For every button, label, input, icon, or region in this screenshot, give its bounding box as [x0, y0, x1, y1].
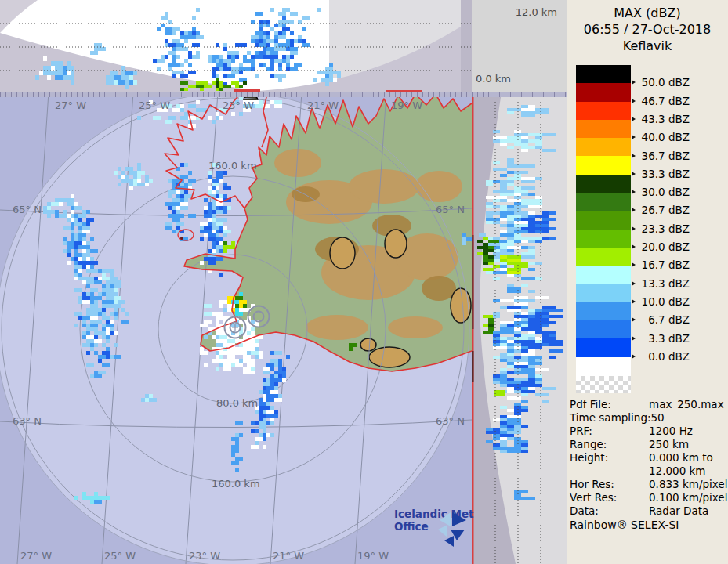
metadata-row: Pdf File:max_250.max [570, 398, 725, 411]
legend-label: 16.7 dBZ [632, 258, 690, 271]
metadata-row: Time sampling:50 [570, 411, 725, 425]
metadata-row: 12.000 km [570, 465, 725, 478]
legend-label: 40.0 dBZ [632, 131, 690, 143]
legend-label: 46.7 dBZ [632, 95, 690, 107]
legend-label: 13.3 dBZ [632, 277, 690, 290]
lon-label-top: 19° W [391, 99, 422, 111]
legend-tick-icon [632, 80, 636, 85]
legend-tick-icon [632, 135, 636, 139]
legend-color-cell [576, 175, 631, 193]
legend-color-cell [576, 248, 631, 266]
metadata-row: Height:0.000 km to [570, 451, 725, 465]
product-metadata: Pdf File:max_250.maxTime sampling:50PRF:… [570, 398, 725, 518]
legend-color-cell [576, 266, 631, 284]
legend-tick-icon [632, 317, 636, 322]
lat-label-left: 65° N [13, 204, 42, 215]
legend-tick-icon [632, 336, 636, 341]
metadata-row: Data:Radar Data [570, 504, 725, 518]
sidebar-title-block: MAX (dBZ) 06:55 / 27-Oct-2018 Keflavik [567, 5, 728, 54]
metadata-row: Hor Res:0.833 km/pixel [570, 478, 725, 491]
legend-color-cell [576, 284, 631, 302]
product-title: MAX (dBZ) [567, 5, 728, 21]
legend-tick-icon [632, 154, 636, 158]
vertical-profile-right-panel[interactable] [472, 92, 567, 564]
legend-tick-icon [632, 208, 636, 212]
legend-color-cell [576, 65, 631, 83]
legend-label: 10.0 dBZ [632, 295, 690, 308]
lat-label-right: 63° N [436, 415, 465, 427]
legend-tick-icon [632, 99, 636, 103]
legend-color-cell [576, 138, 631, 156]
rainbow-radar-window: 12.0 km 0.0 km [0, 0, 728, 564]
range-ring-label: 160.0 km [212, 478, 260, 490]
vertical-profile-top-panel[interactable] [0, 0, 472, 92]
station-name: Keflavik [567, 38, 728, 54]
lat-label-left: 63° N [13, 415, 42, 427]
right-profile-canvas [472, 92, 567, 564]
legend-below-threshold-cell [576, 357, 631, 376]
lon-label-bottom: 19° W [357, 550, 389, 562]
lon-label-bottom: 23° W [189, 550, 220, 562]
legend-label: 33.3 dBZ [632, 168, 690, 180]
legend-color-cell [576, 193, 631, 211]
legend-tick-icon [632, 281, 636, 286]
legend-label: 0.0 dBZ [632, 350, 690, 363]
legend-label: 26.7 dBZ [632, 204, 690, 216]
legend-tick-icon [632, 244, 636, 249]
legend-label: 23.3 dBZ [632, 222, 690, 235]
legend-label: 30.0 dBZ [632, 186, 690, 198]
lon-label-bottom: 21° W [273, 550, 304, 562]
legend-tick-icon [632, 354, 636, 359]
legend-tick-icon [632, 190, 636, 194]
legend-tick-icon [632, 117, 636, 121]
lon-label-bottom: 25° W [104, 550, 136, 562]
metadata-row: PRF:1200 Hz [570, 425, 725, 438]
radar-map[interactable]: 27° W 25° W 23° W 21° W 19° W 27° W 25° … [0, 92, 472, 564]
legend-tick-icon [632, 226, 636, 231]
lon-label-bottom: 27° W [20, 550, 52, 562]
legend-color-cell [576, 302, 631, 320]
product-datetime: 06:55 / 27-Oct-2018 [567, 21, 728, 38]
legend-color-cell [576, 156, 631, 174]
height-axis-min-label: 0.0 km [476, 73, 511, 85]
metadata-row: Vert Res:0.100 km/pixel [570, 491, 725, 504]
legend-label: 20.0 dBZ [632, 240, 690, 253]
dbz-colorbar [576, 65, 631, 393]
legend-tick-icon [632, 172, 636, 176]
legend-label: 43.3 dBZ [632, 113, 690, 125]
legend-tick-icon [632, 262, 636, 267]
height-axis-max-label: 12.0 km [516, 6, 557, 18]
range-ring-label: 80.0 km [216, 397, 258, 409]
range-ring-label: 160.0 km [208, 160, 257, 172]
legend-color-cell [576, 120, 631, 138]
legend-label: 6.7 dBZ [632, 313, 690, 326]
software-brand: Rainbow® SELEX-SI [570, 519, 679, 531]
lon-label-top: 27° W [55, 99, 86, 111]
legend-color-cell [576, 338, 631, 356]
imo-logo-icon [426, 503, 469, 550]
lon-label-top: 23° W [223, 99, 254, 111]
legend-color-cell [576, 230, 631, 248]
legend-color-cell [576, 320, 631, 338]
legend-tick-icon [632, 299, 636, 304]
lon-label-top: 21° W [307, 99, 339, 111]
top-profile-canvas [0, 0, 472, 92]
legend-label: 50.0 dBZ [632, 76, 690, 89]
metadata-row: Range:250 km [570, 438, 725, 451]
map-top-tick-strip [0, 92, 567, 97]
legend-color-cell [576, 83, 631, 101]
legend-color-cell [576, 211, 631, 229]
height-axis-corner: 12.0 km 0.0 km [472, 0, 567, 92]
legend-color-cell [576, 102, 631, 120]
legend-nodata-checker [576, 376, 631, 393]
lon-label-top: 25° W [139, 99, 170, 111]
lat-label-right: 65° N [436, 204, 465, 215]
legend-label: 36.7 dBZ [632, 150, 690, 162]
legend-label: 3.3 dBZ [632, 332, 690, 345]
